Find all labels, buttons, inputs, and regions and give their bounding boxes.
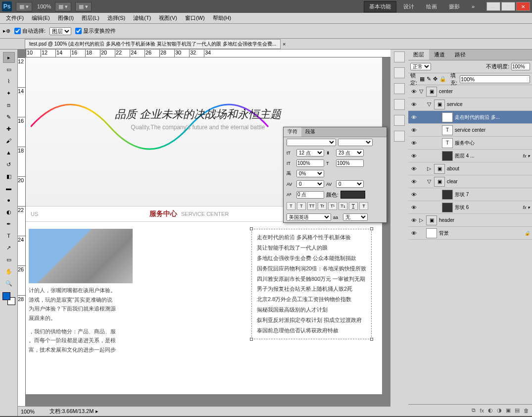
character-panel[interactable]: 字符 段落 tT12 点⬍23 点 ITT 禹0% AV0AV0 Aª颜色: T… xyxy=(283,127,387,223)
italic-button[interactable]: T xyxy=(297,202,306,210)
view-dropdown[interactable]: ▦ ▾ xyxy=(55,2,71,11)
tab-channels[interactable]: 通道 xyxy=(429,50,450,60)
layer-row[interactable]: 👁Tservice center xyxy=(408,124,532,137)
lock-all-icon[interactable]: 🔒 xyxy=(439,76,446,82)
brush-tool[interactable]: 🖌 xyxy=(3,135,15,146)
baseline-input[interactable] xyxy=(296,191,324,199)
status-arrow-icon[interactable]: ▸ xyxy=(96,408,98,415)
layer-row[interactable]: 👁背景🔒 xyxy=(408,227,532,240)
workspace-basic[interactable]: 基本功能 xyxy=(364,1,396,12)
handle-tl[interactable] xyxy=(250,227,253,230)
blur-tool[interactable]: ● xyxy=(3,195,15,206)
visibility-icon[interactable]: 👁 xyxy=(409,114,418,120)
panel-icon[interactable] xyxy=(394,131,405,142)
workspace-more[interactable]: » xyxy=(467,2,480,11)
eyedropper-tool[interactable]: ✎ xyxy=(3,111,15,122)
zoom-display[interactable]: 100% xyxy=(37,3,51,9)
menu-window[interactable]: 窗口(W) xyxy=(181,13,209,23)
stamp-tool[interactable]: ▲ xyxy=(3,147,15,158)
auto-select-check[interactable]: 自动选择: xyxy=(14,27,46,35)
bold-button[interactable]: T xyxy=(287,202,295,210)
visibility-icon[interactable]: 👁 xyxy=(409,140,418,146)
marquee-tool[interactable]: ▭ xyxy=(3,64,15,75)
layer-row[interactable]: 👁T走在时代的前沿 多... xyxy=(408,111,532,124)
menu-help[interactable]: 帮助(H) xyxy=(209,13,235,23)
hscale-input[interactable] xyxy=(336,159,364,167)
lang-select[interactable]: 美国英语 xyxy=(287,213,331,221)
visibility-icon[interactable]: 👁 xyxy=(409,217,418,223)
move-tool[interactable]: ▸ xyxy=(3,52,15,63)
layer-row[interactable]: 👁图层 4 ...fx ▾ xyxy=(408,150,532,162)
path-tool[interactable]: ↗ xyxy=(3,242,15,253)
visibility-icon[interactable]: 👁 xyxy=(409,192,418,198)
visibility-icon[interactable]: 👁 xyxy=(409,102,418,107)
mask-icon[interactable]: ◐ xyxy=(488,407,493,414)
expand-icon[interactable]: ▷ xyxy=(418,217,424,223)
arrange-dropdown[interactable]: ▦ ▾ xyxy=(75,2,92,11)
maximize-button[interactable]: □ xyxy=(501,2,515,11)
pen-tool[interactable]: ✒ xyxy=(3,218,15,229)
show-transform-check[interactable]: 显示变换控件 xyxy=(75,27,116,35)
minimize-button[interactable]: — xyxy=(486,2,500,11)
tab-character[interactable]: 字符 xyxy=(284,127,301,137)
eraser-tool[interactable]: ◧ xyxy=(3,171,15,182)
menu-file[interactable]: 文件(F) xyxy=(2,13,28,23)
layer-row[interactable]: 👁▽▣center xyxy=(408,85,532,98)
tab-layers[interactable]: 图层 xyxy=(408,50,429,60)
tracking-select[interactable]: 0% xyxy=(296,170,324,177)
strike-button[interactable]: Ŧ xyxy=(359,202,368,210)
tab-paragraph[interactable]: 段落 xyxy=(301,127,319,137)
leading-select[interactable]: 23 点 xyxy=(336,149,364,156)
menu-view[interactable]: 视图(V) xyxy=(155,13,181,23)
layer-row[interactable]: 👁▷▣header xyxy=(408,214,532,227)
fx-badge[interactable]: fx ▾ xyxy=(523,205,530,210)
layer-row[interactable]: 👁形状 7 xyxy=(408,188,532,201)
workspace-design[interactable]: 设计 xyxy=(398,1,419,12)
visibility-icon[interactable]: 👁 xyxy=(409,153,418,159)
status-zoom[interactable]: 100% xyxy=(21,409,35,415)
super-button[interactable]: T¹ xyxy=(328,202,337,210)
color-swatch[interactable] xyxy=(2,292,15,305)
shape-tool[interactable]: ▭ xyxy=(3,254,15,265)
fx-icon[interactable]: fx xyxy=(480,408,484,414)
fx-badge[interactable]: fx ▾ xyxy=(523,154,530,158)
hand-tool[interactable]: ✋ xyxy=(3,266,15,277)
tab-paths[interactable]: 路径 xyxy=(450,50,471,60)
font-style-select[interactable] xyxy=(338,139,373,146)
wand-tool[interactable]: ✦ xyxy=(3,88,15,99)
layer-row[interactable]: 👁▷▣about xyxy=(408,162,532,175)
visibility-icon[interactable]: 👁 xyxy=(409,230,418,236)
tab-close-icon[interactable]: × xyxy=(283,41,286,47)
document-tab[interactable]: test.psd @ 100% (走在时代的前沿 多风格个性手机新体验 莫让智能… xyxy=(25,39,281,49)
layer-row[interactable]: 👁形状 6fx ▾ xyxy=(408,201,532,214)
menu-edit[interactable]: 编辑(E) xyxy=(28,13,54,23)
crop-tool[interactable]: ⧈ xyxy=(3,100,15,110)
gradient-tool[interactable]: ▬ xyxy=(3,183,15,194)
trash-icon[interactable]: 🗑 xyxy=(524,408,529,414)
handle-bl[interactable] xyxy=(250,338,253,341)
workspace-photo[interactable]: 摄影 xyxy=(444,1,465,12)
lock-trans-icon[interactable]: ▦ xyxy=(420,76,425,82)
expand-icon[interactable]: ▽ xyxy=(418,88,424,95)
visibility-icon[interactable]: 👁 xyxy=(409,89,418,95)
canvas[interactable]: 品质 企业未来的决战场和永恒主题 Quality,The company's f… xyxy=(26,57,382,394)
new-icon[interactable]: ▤ xyxy=(515,407,520,414)
zoom-tool[interactable]: 🔍 xyxy=(3,278,15,289)
workspace-paint[interactable]: 绘画 xyxy=(421,1,442,12)
aa-select[interactable]: 无 xyxy=(343,213,368,221)
handle-tr[interactable] xyxy=(370,227,373,230)
caps-button[interactable]: TT xyxy=(307,202,316,210)
lock-pos-icon[interactable]: ✥ xyxy=(433,76,437,82)
menu-layer[interactable]: 图层(L) xyxy=(78,13,103,23)
opacity-input[interactable] xyxy=(511,63,530,70)
font-family-select[interactable] xyxy=(287,139,336,146)
heal-tool[interactable]: ✚ xyxy=(3,123,15,134)
lasso-tool[interactable]: ⌇ xyxy=(3,76,15,87)
dodge-tool[interactable]: ◐ xyxy=(3,207,15,217)
visibility-icon[interactable]: 👁 xyxy=(409,166,418,172)
adj-icon[interactable]: ◑ xyxy=(497,407,502,414)
kern2-select[interactable]: 0 xyxy=(336,180,364,188)
group-icon[interactable]: ▣ xyxy=(506,407,511,414)
history-brush-tool[interactable]: ↺ xyxy=(3,159,15,170)
fill-input[interactable] xyxy=(460,75,530,83)
